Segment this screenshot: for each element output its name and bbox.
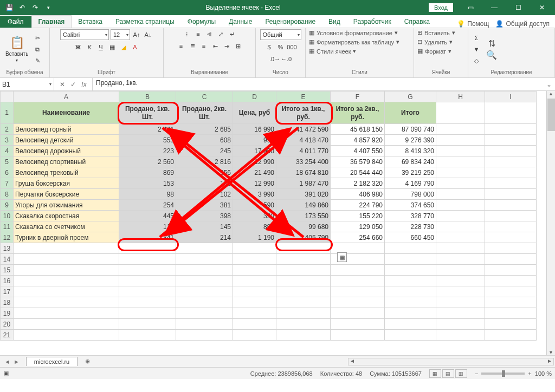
quick-analysis-icon[interactable]: ▦ <box>337 252 347 262</box>
zoom-in-icon[interactable]: + <box>528 370 531 377</box>
cell[interactable] <box>176 243 233 254</box>
sheet-nav-last-icon[interactable]: ► <box>14 358 20 365</box>
cell[interactable]: 45 618 150 <box>331 124 385 135</box>
row-header[interactable]: 7 <box>1 178 14 189</box>
cell[interactable]: 590 <box>233 200 276 211</box>
cell[interactable] <box>385 319 436 330</box>
cell[interactable] <box>233 297 276 308</box>
cell[interactable]: Скакалка скоростная <box>14 211 119 221</box>
column-header[interactable]: G <box>385 92 436 102</box>
cell[interactable]: 2 560 <box>119 156 176 167</box>
zoom-level[interactable]: 100 % <box>535 370 552 377</box>
table-header-cell[interactable]: Итого <box>385 102 436 124</box>
row-header[interactable]: 3 <box>1 135 14 146</box>
cell[interactable]: 155 220 <box>331 211 385 221</box>
cell[interactable]: Турник в дверной проем <box>14 232 119 243</box>
cell[interactable] <box>233 243 276 254</box>
cell[interactable] <box>176 286 233 297</box>
cell[interactable]: 4 418 470 <box>276 135 331 146</box>
cell[interactable]: 869 <box>119 167 176 178</box>
cell[interactable]: 341 <box>119 232 176 243</box>
cell[interactable]: Велосипед горный <box>14 124 119 135</box>
cell[interactable] <box>119 330 176 341</box>
cell[interactable] <box>119 254 176 265</box>
column-header[interactable]: I <box>485 92 537 102</box>
cell[interactable] <box>485 330 537 341</box>
cell[interactable] <box>14 243 119 254</box>
tab-review[interactable]: Рецензирование <box>259 16 322 28</box>
row-header[interactable]: 21 <box>1 330 14 341</box>
cell[interactable] <box>331 330 385 341</box>
cell[interactable]: 2 182 320 <box>331 178 385 189</box>
column-header[interactable]: F <box>331 92 385 102</box>
cell[interactable]: 254 <box>119 200 176 211</box>
row-header[interactable]: 2 <box>1 124 14 135</box>
align-left-icon[interactable]: ≡ <box>176 41 186 51</box>
cell[interactable] <box>119 276 176 286</box>
cell[interactable] <box>276 308 331 319</box>
cell[interactable]: 33 254 400 <box>276 156 331 167</box>
tab-pagelayout[interactable]: Разметка страницы <box>109 16 181 28</box>
cell[interactable]: 660 450 <box>385 232 436 243</box>
qat-more-icon[interactable]: ▾ <box>43 3 53 12</box>
cell[interactable] <box>233 254 276 265</box>
cell[interactable]: 112 <box>119 221 176 232</box>
cell[interactable]: 328 770 <box>385 211 436 221</box>
row-header[interactable]: 9 <box>1 200 14 211</box>
cell[interactable] <box>176 297 233 308</box>
expand-formula-bar-icon[interactable]: ⌄ <box>543 78 555 90</box>
cell[interactable] <box>176 254 233 265</box>
column-header[interactable]: C <box>176 92 233 102</box>
table-header-cell[interactable]: Итого за 2кв., руб. <box>331 102 385 124</box>
row-header[interactable]: 6 <box>1 167 14 178</box>
cell[interactable]: 4 407 550 <box>331 146 385 156</box>
cell[interactable] <box>436 254 485 265</box>
cell[interactable] <box>385 265 436 276</box>
cell[interactable]: 99 680 <box>276 221 331 232</box>
normal-view-icon[interactable]: ▦ <box>429 369 441 378</box>
name-box[interactable]: B1 <box>0 78 54 90</box>
tab-home[interactable]: Главная <box>31 15 72 28</box>
worksheet-grid[interactable]: ABCDEFGHI1НаименованиеПродано, 1кв. Шт.П… <box>0 91 555 355</box>
cell[interactable] <box>331 276 385 286</box>
format-as-table-button[interactable]: ▦ Форматировать как таблицу ▾ <box>309 38 399 45</box>
align-center-icon[interactable]: ≣ <box>188 41 197 51</box>
cell[interactable]: 12 990 <box>233 178 276 189</box>
decrease-indent-icon[interactable]: ⇤ <box>210 41 220 51</box>
align-right-icon[interactable]: ≡ <box>199 41 209 51</box>
cell[interactable]: 9 276 390 <box>385 135 436 146</box>
minimize-icon[interactable]: — <box>483 0 505 15</box>
font-color-icon[interactable]: A <box>130 42 140 52</box>
cell[interactable] <box>331 308 385 319</box>
cell[interactable] <box>119 308 176 319</box>
cell[interactable] <box>385 276 436 286</box>
cell[interactable]: 98 <box>119 189 176 200</box>
cell[interactable] <box>276 286 331 297</box>
bold-button[interactable]: Ж <box>73 42 83 52</box>
cancel-formula-icon[interactable]: ✕ <box>57 81 67 88</box>
cell[interactable] <box>276 254 331 265</box>
decrease-decimal-icon[interactable]: ←.0 <box>281 54 291 64</box>
cell[interactable] <box>233 276 276 286</box>
decrease-font-icon[interactable]: A↓ <box>143 30 153 40</box>
cell[interactable]: 145 <box>176 221 233 232</box>
table-header-cell[interactable]: Итого за 1кв., руб. <box>276 102 331 124</box>
cell[interactable] <box>485 319 537 330</box>
maximize-icon[interactable]: ☐ <box>507 0 529 15</box>
conditional-formatting-button[interactable]: ▦ Условное форматирование ▾ <box>309 29 398 36</box>
font-name-combo[interactable]: Calibri <box>60 29 109 40</box>
redo-icon[interactable]: ↷ <box>30 3 40 12</box>
zoom-slider[interactable] <box>481 373 525 375</box>
fx-icon[interactable]: fx <box>79 81 89 88</box>
accounting-icon[interactable]: $ <box>264 42 274 52</box>
signin-button[interactable]: Вход <box>429 3 453 12</box>
format-cells-button[interactable]: ▦ Формат ▾ <box>417 48 451 55</box>
cell[interactable] <box>14 286 119 297</box>
tab-insert[interactable]: Вставка <box>72 16 109 28</box>
copy-icon[interactable]: ⧉ <box>33 44 42 54</box>
zoom-out-icon[interactable]: − <box>475 370 478 377</box>
cell[interactable] <box>119 265 176 276</box>
fill-color-icon[interactable]: ◢ <box>119 42 128 52</box>
cell[interactable] <box>485 276 537 286</box>
cell[interactable] <box>176 265 233 276</box>
